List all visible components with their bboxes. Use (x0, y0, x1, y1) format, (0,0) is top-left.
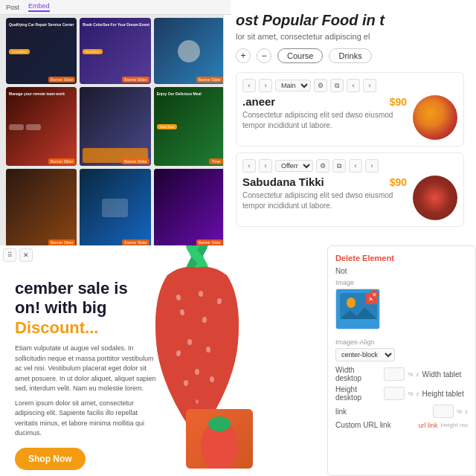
prop-height-desktop-unit: % (408, 390, 413, 397)
promo-highlight: Discount... (15, 318, 98, 337)
card-title-4: Manage your remote team work (9, 91, 65, 97)
prop-link-label: link (335, 408, 430, 416)
svg-point-3 (183, 245, 210, 272)
prop-not-row: Not (335, 267, 468, 275)
tab-course[interactable]: Course (277, 48, 323, 63)
add-item-button[interactable]: + (236, 48, 251, 63)
food-item-1-desc: Consectetur adipiscing elit sed dwso eiu… (242, 110, 407, 131)
card-label-5: Banner Slider (122, 158, 149, 164)
card-label-6: Timer (209, 158, 223, 164)
tab-drinks[interactable]: Drinks (329, 48, 371, 63)
template-card-2[interactable]: Book ColorSee For Your Dream Event Book … (80, 18, 150, 84)
svg-point-0 (184, 245, 210, 280)
food-item-2: ‹ › Offerr ⚙ ⧉ ‹ › Sabudana Tikki $90 (236, 152, 464, 227)
food-item-2-desc: Consectetur adipiscing elit sed dwso eiu… (242, 190, 407, 211)
card-btn-2: Book Now (83, 49, 102, 54)
prop-link-z: z (465, 408, 468, 415)
item-2-copy[interactable]: ⧉ (332, 159, 346, 173)
nav-prev-2[interactable]: ‹ (242, 159, 256, 173)
prop-width-desktop-label: Width desktop (335, 366, 381, 382)
item-2-select[interactable]: Offerr (275, 160, 313, 172)
nav-next-2[interactable]: › (259, 159, 272, 173)
prop-image-section: ✕ ✕ (335, 289, 468, 334)
card-label-2: Banner Slider (122, 77, 149, 83)
item-2-prev2[interactable]: ‹ (349, 159, 362, 173)
promo-close-icon[interactable]: ✕ (19, 248, 33, 262)
item-1-next2[interactable]: › (363, 79, 376, 92)
food-item-1-image (413, 95, 457, 140)
promo-line1: cember sale is (15, 279, 128, 298)
food-item-2-toolbar: ‹ › Offerr ⚙ ⧉ ‹ › (242, 159, 457, 173)
tab-post[interactable]: Post (6, 4, 19, 11)
template-card-3[interactable]: Banner Slider (154, 18, 225, 84)
nav-next-1[interactable]: › (259, 79, 272, 92)
item-1-prev2[interactable]: ‹ (347, 79, 360, 92)
food-subtitle: lor sit amet, consectetur adipiscing el (236, 32, 464, 41)
item-1-settings[interactable]: ⚙ (314, 79, 327, 92)
food-item-2-price: $90 (390, 176, 407, 188)
food-controls: + − Course Drinks (236, 48, 464, 63)
prop-width-desktop-row: Width desktop % z Width tablet (335, 366, 468, 382)
svg-point-1 (187, 245, 207, 280)
prop-link-row: link % z (335, 405, 468, 418)
card-label-3: Banner Slider (196, 77, 223, 83)
food-item-1-name: .aneer (242, 95, 275, 108)
prop-align-select[interactable]: center-block (335, 348, 395, 361)
prop-height-desktop-input[interactable] (384, 387, 405, 400)
card-btn-6: Order Now (157, 124, 177, 129)
item-1-select[interactable]: Main (275, 80, 311, 91)
card-label-7: Banner Slider (48, 239, 75, 245)
prop-custom-url-row: Custom URL link url link Height mo (335, 421, 468, 429)
template-card-6[interactable]: Enjoy Our Delicious Meal Order Now Timer (154, 87, 225, 165)
promo-grid-icon[interactable]: ⠿ (3, 248, 16, 262)
prop-align-row: center-block (335, 348, 468, 361)
food-item-1: ‹ › Main ⚙ ⧉ ‹ › .aneer $90 (236, 72, 464, 147)
properties-panel: Delete Element Not Image ✕ ✕ Images-Alig… (327, 245, 476, 476)
remove-item-button[interactable]: − (257, 48, 271, 63)
card-label-4: Banner Slider (48, 158, 75, 164)
template-grid: Post Embed Qualifying Car Repair Service… (0, 0, 231, 253)
prop-custom-url-value[interactable]: url link (419, 422, 438, 429)
promo-toolbar: ⠿ ✕ (3, 248, 33, 262)
template-card-4[interactable]: Manage your remote team work Banner Slid… (6, 87, 77, 165)
card-title-2: Book ColorSee For Your Dream Event (83, 22, 149, 28)
prop-width-desktop-unit: % (408, 371, 413, 378)
delete-element-button[interactable]: Delete Element (335, 254, 468, 263)
prop-images-align-label: Images-Align (335, 338, 468, 346)
promo-body1: Etiam vulputate ut augue vel sodales. In… (15, 344, 160, 394)
prop-custom-url-label: Custom URL link (335, 421, 416, 429)
template-card-8[interactable]: Banner Slider (80, 169, 150, 247)
template-card-5[interactable]: Banner Slider (80, 87, 150, 165)
food-title: ost Popular Food in t (236, 12, 464, 29)
food-item-2-image (413, 176, 457, 220)
food-item-1-price: $90 (390, 96, 407, 108)
shop-now-button[interactable]: Shop Now (15, 448, 86, 470)
prop-height-desktop-row: Height desktop % z Height tablet (335, 385, 468, 402)
prop-link-unit: % (457, 408, 462, 415)
nav-prev-1[interactable]: ‹ (242, 79, 256, 92)
item-2-next2[interactable]: › (365, 159, 379, 173)
template-card-9[interactable]: Banner Slider (154, 169, 225, 247)
item-2-settings[interactable]: ⚙ (316, 159, 329, 173)
promo-section: ⠿ ✕ (0, 245, 268, 476)
prop-height-mo-label: Height mo (441, 422, 468, 428)
prop-image-preview: ✕ ✕ (335, 289, 380, 329)
prop-image-delete-button[interactable]: ✕ (370, 290, 379, 299)
main-canvas: Post Embed Qualifying Car Repair Service… (0, 0, 476, 476)
prop-not-label: Not (335, 267, 468, 275)
tab-embed[interactable]: Embed (28, 2, 50, 12)
svg-point-21 (347, 298, 356, 308)
prop-link-input[interactable] (433, 405, 454, 418)
promo-heading: cember sale is on! with big Discount... (15, 279, 164, 338)
promo-line2: on! with big (15, 298, 106, 317)
item-1-copy[interactable]: ⧉ (330, 79, 344, 92)
svg-point-2 (183, 245, 212, 274)
prop-width-tablet-label: Width tablet (422, 370, 468, 379)
prop-height-desktop-label: Height desktop (335, 385, 381, 402)
prop-width-desktop-z: z (416, 371, 419, 378)
prop-width-desktop-input[interactable] (384, 367, 405, 381)
template-card-7[interactable]: Banner Slider (6, 169, 77, 247)
grid-header-tabs: Post Embed (0, 0, 231, 15)
food-panel: ost Popular Food in t lor sit amet, cons… (223, 0, 476, 268)
template-card-1[interactable]: Qualifying Car Repair Service Center Lea… (6, 18, 77, 84)
